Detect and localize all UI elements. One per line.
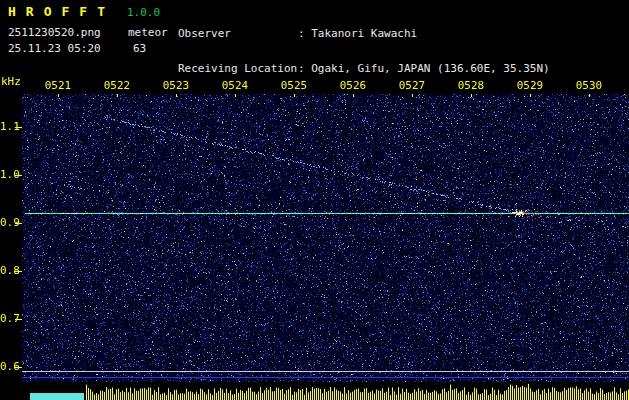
- freq-axis-unit: kHz: [1, 75, 21, 88]
- freq-tick-0-7: 0.7: [0, 312, 18, 325]
- time-tick-0527: 0527: [397, 79, 427, 92]
- time-tick-0523: 0523: [161, 79, 191, 92]
- info-value: : Ogaki, Gifu, JAPAN (136.60E, 35.35N): [298, 62, 550, 75]
- time-tick-0524: 0524: [220, 79, 250, 92]
- freq-tick-0-6: 0.6: [0, 360, 18, 373]
- app-title: HROFFT: [8, 4, 115, 19]
- info-label: Receiving Location: [178, 63, 298, 75]
- freq-tick-0-8: 0.8: [0, 264, 18, 277]
- output-filename: 2511230520.png: [8, 26, 101, 39]
- time-tick-0521: 0521: [43, 79, 73, 92]
- mode-label: meteor: [128, 26, 168, 39]
- info-row-observer: Observer: Takanori Kawachi: [178, 28, 550, 40]
- spectrogram-canvas: [0, 75, 629, 400]
- info-row-location: Receiving Location: Ogaki, Gifu, JAPAN (…: [178, 63, 550, 75]
- echo-count: 63: [133, 42, 146, 55]
- freq-tick-1-1: 1.1: [0, 120, 18, 133]
- freq-tick-0-9: 0.9: [0, 216, 18, 229]
- time-tick-0522: 0522: [102, 79, 132, 92]
- time-tick-0525: 0525: [279, 79, 309, 92]
- info-label: Observer: [178, 28, 298, 40]
- time-tick-0526: 0526: [338, 79, 368, 92]
- time-tick-0528: 0528: [456, 79, 486, 92]
- freq-tick-1-0: 1.0: [0, 168, 18, 181]
- time-tick-0530: 0530: [574, 79, 604, 92]
- time-tick-0529: 0529: [515, 79, 545, 92]
- info-value: : Takanori Kawachi: [298, 27, 417, 40]
- observation-datetime: 25.11.23 05:20: [8, 42, 101, 55]
- hrofft-window: HROFFT 1.0.0 2511230520.png meteor 25.11…: [0, 0, 629, 400]
- app-version: 1.0.0: [127, 6, 160, 19]
